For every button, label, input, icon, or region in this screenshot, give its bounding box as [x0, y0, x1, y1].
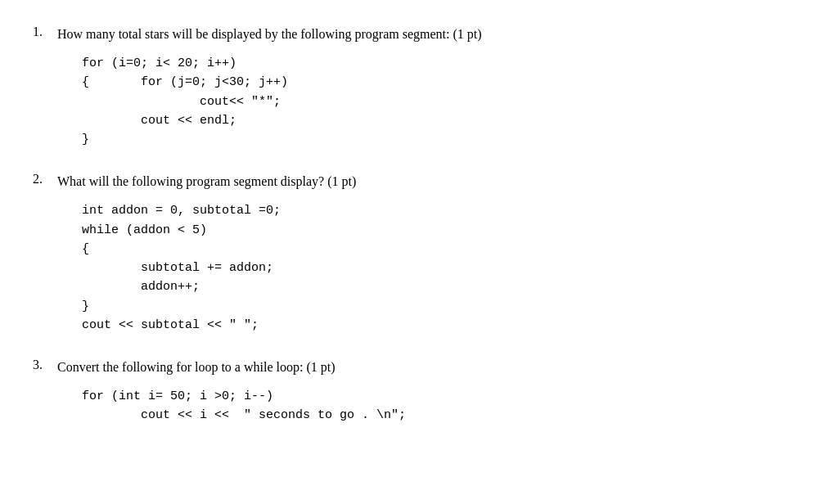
question-1-text: How many total stars will be displayed b… — [57, 25, 482, 44]
question-2-text: What will the following program segment … — [57, 172, 356, 191]
question-1-number: 1. — [33, 25, 57, 39]
question-1-code: for (i=0; i< 20; i++) { for (j=0; j<30; … — [82, 54, 805, 149]
question-2-code: int addon = 0, subtotal =0; while (addon… — [82, 201, 805, 335]
question-2: 2. What will the following program segme… — [33, 172, 805, 335]
question-1-header: 1. How many total stars will be displaye… — [33, 25, 805, 44]
question-2-header: 2. What will the following program segme… — [33, 172, 805, 191]
question-3-text: Convert the following for loop to a whil… — [57, 358, 336, 377]
question-3-header: 3. Convert the following for loop to a w… — [33, 358, 805, 377]
question-2-number: 2. — [33, 172, 57, 187]
questions-container: 1. How many total stars will be displaye… — [33, 25, 805, 425]
question-1: 1. How many total stars will be displaye… — [33, 25, 805, 149]
question-3-code: for (int i= 50; i >0; i--) cout << i << … — [82, 387, 805, 425]
question-3: 3. Convert the following for loop to a w… — [33, 358, 805, 425]
question-3-number: 3. — [33, 358, 57, 372]
